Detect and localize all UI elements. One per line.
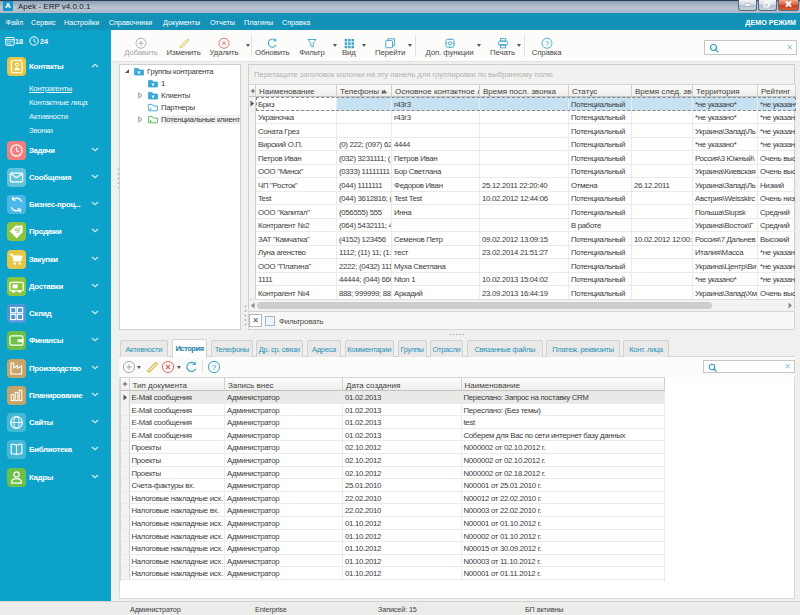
svg-text:?: ? xyxy=(212,363,217,372)
